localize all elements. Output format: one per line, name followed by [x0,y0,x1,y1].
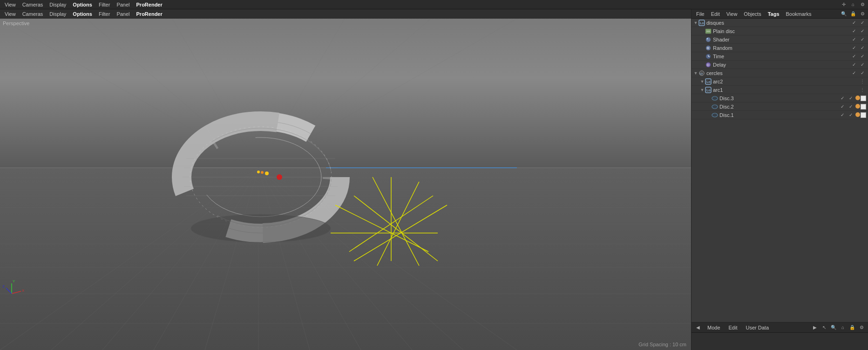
controls-arc1: ⋮ [859,86,866,94]
lock-disc1[interactable]: ✓ [847,111,854,119]
gear-icon[interactable]: ⚙ [859,10,866,18]
attr-topbar: ◀ Mode Edit User Data ▶ ↖ 🔍 ⌂ 🔒 ⚙ [692,323,868,333]
icon-plain-disc [705,27,712,35]
vis-cercles[interactable]: ✓ [850,69,858,77]
name-arc2: arc2 [713,79,859,84]
lock-cercles[interactable]: ✓ [859,69,866,77]
controls-shader: ✓ ✓ [850,36,866,43]
svg-point-50 [277,174,282,180]
vis-disc3[interactable]: ✓ [839,95,846,102]
menu-filter[interactable]: Filter [96,1,113,8]
obj-row-disques[interactable]: ▼ Lo disques ✓ ✓ [692,19,868,27]
viewport[interactable]: View Cameras Display Options Filter Pane… [0,9,691,350]
attr-gear-icon[interactable]: ⚙ [858,324,865,331]
expand-cercles[interactable]: ▼ [693,71,698,75]
rm-bookmarks[interactable]: Bookmarks [783,11,814,17]
tag-white-disc2 [861,104,866,110]
lock-plain-disc[interactable]: ✓ [859,27,866,35]
lock-icon[interactable]: 🔒 [849,10,857,18]
lock-shader[interactable]: ✓ [859,36,866,43]
svg-text:Lo: Lo [700,21,704,25]
svg-point-70 [707,38,708,39]
attr-search-icon[interactable]: 🔍 [830,324,837,331]
menu-options[interactable]: Options [70,1,95,8]
controls-time: ✓ ✓ [850,53,866,60]
obj-row-disc1[interactable]: Disc.1 ✓ ✓ [692,111,868,119]
vis-plain-disc[interactable]: ✓ [850,27,858,35]
vis-arc1[interactable]: ⋮ [859,86,866,94]
attr-arrow-icon[interactable]: ▶ [811,324,819,331]
search-icon[interactable]: 🔍 [840,10,848,18]
obj-row-time[interactable]: Time ✓ ✓ [692,52,868,61]
rm-tags[interactable]: Tags [765,11,782,17]
attr-cursor-icon[interactable]: ↖ [821,324,828,331]
svg-point-69 [706,37,711,42]
vis-shader[interactable]: ✓ [850,36,858,43]
lock-disc3[interactable]: ✓ [847,95,854,102]
vp-menu-cameras[interactable]: Cameras [20,11,46,17]
vis-arc2[interactable]: ⋮ [859,78,866,85]
vp-menu-panel[interactable]: Panel [114,11,132,17]
expand-disques[interactable]: ▼ [693,21,698,25]
attr-lock-icon[interactable]: 🔒 [848,324,856,331]
rm-edit[interactable]: Edit [708,11,723,17]
vis-disques[interactable]: ✓ [850,19,858,27]
icon-disc2 [711,103,719,110]
grid-spacing-label: Grid Spacing : 10 cm [638,342,686,347]
rm-file[interactable]: File [693,11,707,17]
vp-menu-prorender[interactable]: ProRender [134,11,165,17]
expand-arc1[interactable]: ▼ [700,88,705,92]
name-random: Random [713,45,850,51]
lock-delay[interactable]: ✓ [859,61,866,69]
expand-arc2[interactable]: ▼ [700,79,705,84]
lock-disc2[interactable]: ✓ [847,103,854,110]
menu-cameras[interactable]: Cameras [20,1,46,8]
vp-menu-view[interactable]: View [2,11,19,17]
obj-row-arc2[interactable]: ▼ Lo arc2 ⋮ [692,77,868,86]
lock-disques[interactable]: ✓ [859,19,866,27]
menu-view[interactable]: View [2,1,19,8]
lock-time[interactable]: ✓ [859,53,866,60]
controls-disc3: ✓ ✓ [839,95,866,102]
tag-dot-disc3-1 [855,96,860,100]
name-disc1: Disc.1 [719,112,839,118]
vis-disc1[interactable]: ✓ [839,111,846,119]
vis-delay[interactable]: ✓ [850,61,858,69]
vis-disc2[interactable]: ✓ [839,103,846,110]
move-icon[interactable]: ✛ [840,1,848,8]
vp-menu-filter[interactable]: Filter [96,11,113,17]
home-icon[interactable]: ⌂ [849,1,857,8]
icon-delay: D [705,61,712,69]
obj-row-cercles[interactable]: ▼ Lo cercles ✓ ✓ [692,69,868,77]
menu-panel[interactable]: Panel [114,1,132,8]
obj-row-disc2[interactable]: Disc.2 ✓ ✓ [692,103,868,111]
vis-random[interactable]: ✓ [850,44,858,52]
name-arc1: arc1 [713,87,859,93]
vp-menu-display[interactable]: Display [47,11,69,17]
vp-menu-options[interactable]: Options [70,11,95,17]
obj-row-plain-disc[interactable]: Plain disc ✓ ✓ [692,27,868,35]
svg-point-90 [712,113,718,117]
menu-display[interactable]: Display [47,1,69,8]
settings-icon[interactable]: ⚙ [859,1,866,8]
tab-user-data[interactable]: User Data [743,324,772,331]
controls-plain-disc: ✓ ✓ [850,27,866,35]
obj-row-arc1[interactable]: ▼ Lo arc1 ⋮ [692,86,868,94]
obj-row-delay[interactable]: D Delay ✓ ✓ [692,61,868,69]
viewport-canvas[interactable]: X Y Z [0,19,691,350]
attr-home-icon[interactable]: ⌂ [839,324,847,331]
rm-view[interactable]: View [724,11,740,17]
tab-edit[interactable]: Edit [726,324,740,331]
object-list[interactable]: ▼ Lo disques ✓ ✓ Plain disc ✓ [692,19,868,322]
lock-random[interactable]: ✓ [859,44,866,52]
vis-time[interactable]: ✓ [850,53,858,60]
tag-white-disc3 [861,96,866,101]
menu-prorender[interactable]: ProRender [134,1,165,8]
obj-row-random[interactable]: R Random ✓ ✓ [692,44,868,52]
tab-mode[interactable]: Mode [705,324,723,331]
obj-row-shader[interactable]: Shader ✓ ✓ [692,35,868,44]
panel-resize-icon[interactable]: ◀ [694,324,702,331]
name-time: Time [713,54,850,59]
obj-row-disc3[interactable]: Disc.3 ✓ ✓ [692,94,868,103]
rm-objects[interactable]: Objects [741,11,764,17]
